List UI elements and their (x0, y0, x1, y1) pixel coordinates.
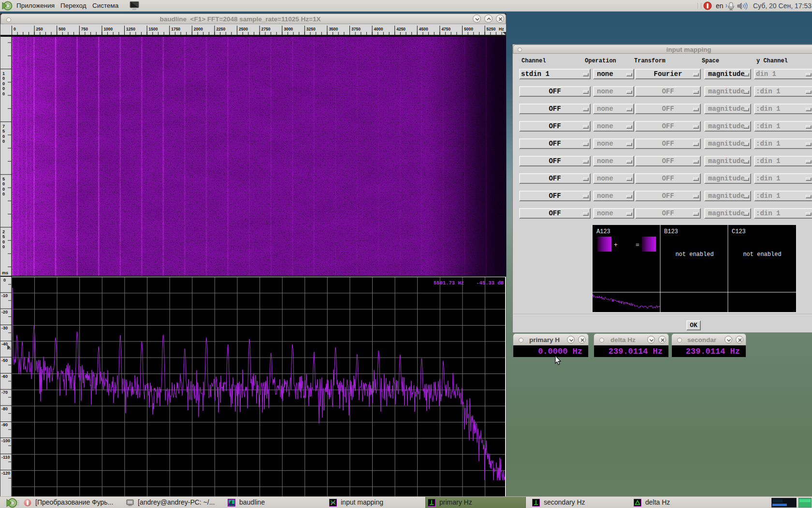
svg-text:3500: 3500 (329, 27, 338, 31)
svg-text:7: 7 (2, 124, 5, 129)
svg-text:4000: 4000 (374, 27, 383, 31)
svg-text:750: 750 (81, 27, 88, 31)
svg-text:1000: 1000 (103, 27, 113, 31)
svg-text:-90: -90 (1, 422, 8, 427)
svg-text:-10: -10 (1, 293, 8, 298)
svg-text:=: = (636, 241, 639, 249)
svg-text:-70: -70 (1, 390, 8, 395)
svg-text:-50: -50 (1, 358, 8, 363)
svg-text:4250: 4250 (396, 27, 406, 31)
svg-text:5: 5 (2, 129, 5, 134)
svg-text:0: 0 (2, 134, 5, 139)
svg-text:1: 1 (2, 71, 5, 76)
svg-text:5: 5 (2, 234, 5, 239)
svg-text:0: 0 (3, 278, 6, 283)
svg-text:5250: 5250 (487, 27, 496, 31)
svg-text:0: 0 (2, 139, 5, 144)
svg-text:0: 0 (2, 187, 5, 192)
svg-text:4500: 4500 (419, 27, 428, 31)
svg-text:not enabled: not enabled (675, 251, 713, 258)
svg-text:0: 0 (2, 244, 5, 249)
svg-text:0: 0 (2, 91, 5, 96)
svg-text:0: 0 (2, 192, 5, 196)
svg-text:Hz: Hz (499, 27, 504, 31)
svg-text:not enabled: not enabled (743, 251, 781, 258)
svg-text:3000: 3000 (284, 27, 293, 31)
svg-text:5000: 5000 (464, 27, 473, 31)
svg-text:-60: -60 (1, 374, 8, 379)
svg-text:3750: 3750 (351, 27, 361, 31)
svg-text:2500: 2500 (239, 27, 248, 31)
svg-text:500: 500 (58, 27, 65, 31)
svg-text:2250: 2250 (216, 27, 225, 31)
svg-text:0: 0 (2, 76, 5, 81)
svg-text:0: 0 (2, 86, 5, 91)
svg-text:250: 250 (36, 27, 43, 31)
svg-text:2: 2 (2, 229, 5, 234)
svg-text:ms: ms (2, 270, 8, 275)
svg-text:0: 0 (2, 81, 5, 86)
svg-text:-20: -20 (1, 310, 8, 314)
svg-text:4750: 4750 (441, 27, 450, 31)
svg-text:5: 5 (2, 177, 5, 181)
svg-text:1250: 1250 (126, 27, 135, 31)
svg-text:-40: -40 (1, 342, 8, 346)
svg-text:-120: -120 (1, 471, 10, 476)
svg-text:-80: -80 (1, 406, 8, 411)
svg-text:0: 0 (2, 239, 5, 244)
svg-text:1500: 1500 (149, 27, 158, 31)
svg-text:-100: -100 (1, 438, 10, 443)
svg-text:3250: 3250 (306, 27, 316, 31)
svg-text:2750: 2750 (261, 27, 271, 31)
svg-text:-30: -30 (1, 326, 8, 330)
svg-text:-110: -110 (1, 455, 10, 460)
svg-text:0: 0 (14, 27, 16, 31)
svg-text:2000: 2000 (194, 27, 203, 31)
svg-text:+: + (614, 241, 618, 249)
svg-text:0: 0 (2, 181, 5, 186)
svg-text:1750: 1750 (171, 27, 180, 31)
